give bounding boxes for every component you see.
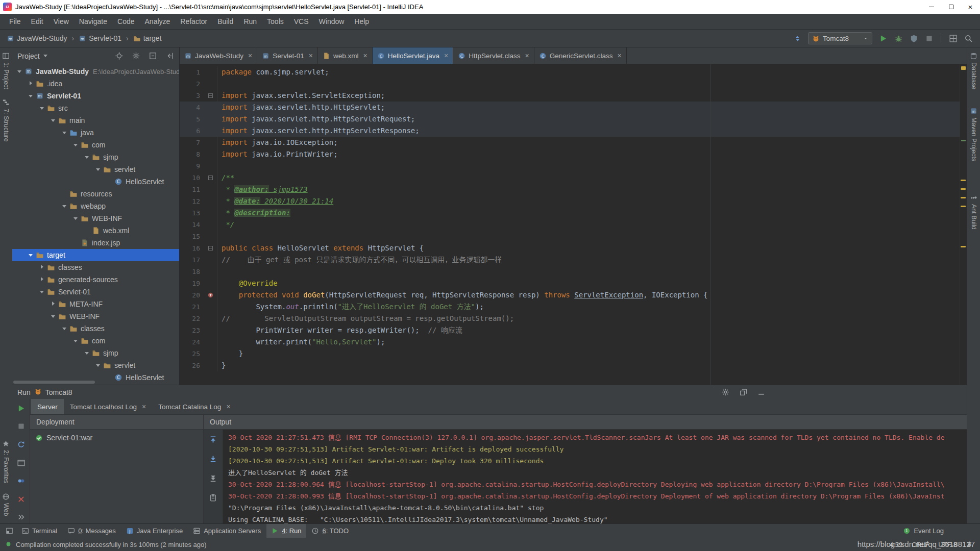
close-button[interactable] bbox=[14, 493, 28, 506]
sync-button[interactable] bbox=[791, 32, 804, 45]
tab-servlet-01[interactable]: mServlet-01× bbox=[257, 47, 318, 64]
next-message-button[interactable] bbox=[207, 452, 220, 465]
tree-item-target[interactable]: target bbox=[12, 249, 179, 261]
tree-item-web-inf[interactable]: WEB-INF bbox=[12, 212, 179, 224]
run-tab-tomcat-catalina-log[interactable]: Tomcat Catalina Log× bbox=[152, 399, 236, 414]
tab-close-button[interactable]: × bbox=[617, 52, 621, 60]
console-output[interactable]: 30-Oct-2020 21:27:51.473 信息 [RMI TCP Con… bbox=[223, 430, 967, 523]
collapse-arrow-icon[interactable] bbox=[94, 359, 103, 371]
tree-item-sjmp[interactable]: sjmp bbox=[12, 347, 179, 359]
editor[interactable]: 1package com.sjmp.servlet;23import javax… bbox=[180, 64, 967, 385]
thread-dump-button[interactable] bbox=[14, 474, 28, 487]
scroll-to-end-button[interactable] bbox=[207, 471, 220, 485]
tree-item-sjmp[interactable]: sjmp bbox=[12, 151, 179, 163]
tab-javaweb-study[interactable]: mJavaWeb-Study× bbox=[180, 47, 257, 64]
menu-run[interactable]: Run bbox=[238, 14, 262, 29]
minimize-button[interactable] bbox=[922, 0, 941, 14]
menu-view[interactable]: View bbox=[48, 14, 74, 29]
collapse-arrow-icon[interactable] bbox=[15, 65, 24, 78]
tool-button-terminal[interactable]: Terminal bbox=[17, 524, 62, 538]
menu-navigate[interactable]: Navigate bbox=[74, 14, 112, 29]
tree-item-meta-inf[interactable]: META-INF bbox=[12, 298, 179, 310]
tree-item-generated-sources[interactable]: generated-sources bbox=[12, 273, 179, 286]
fold-toggle-icon[interactable] bbox=[208, 246, 213, 251]
restore-layout-button[interactable] bbox=[946, 32, 960, 45]
tool-button-event-log[interactable]: 1Event Log bbox=[898, 524, 948, 538]
tab-close-button[interactable]: × bbox=[444, 52, 448, 60]
menu-window[interactable]: Window bbox=[314, 14, 350, 29]
run-panel-float-button[interactable] bbox=[737, 386, 750, 399]
breadcrumb-item-servlet-01[interactable]: mServlet-01 bbox=[77, 33, 123, 43]
tool-button-1-project[interactable]: 1: Project bbox=[2, 47, 10, 94]
tree-item-web-inf[interactable]: WEB-INF bbox=[12, 310, 179, 322]
fold-toggle-icon[interactable] bbox=[208, 93, 213, 98]
tool-button-maven-projects[interactable]: mMaven Projects bbox=[970, 103, 977, 166]
tab-genericservlet-class[interactable]: CGenericServlet.class× bbox=[534, 47, 627, 64]
tree-item-servlet-01[interactable]: mServlet-01 bbox=[12, 90, 179, 102]
expand-arrow-icon[interactable] bbox=[38, 273, 47, 286]
tab-helloservlet-java[interactable]: CHelloServlet.java× bbox=[373, 47, 453, 64]
collapse-arrow-icon[interactable] bbox=[60, 127, 69, 139]
collapse-arrow-icon[interactable] bbox=[60, 322, 69, 335]
tree-item-servlet[interactable]: servlet bbox=[12, 163, 179, 176]
tree-item-index-jsp[interactable]: index.jsp bbox=[12, 237, 179, 249]
collapse-arrow-icon[interactable] bbox=[83, 347, 92, 359]
tab-close-button[interactable]: × bbox=[248, 52, 252, 60]
search-everywhere-button[interactable] bbox=[962, 32, 975, 45]
tool-button-ant-build[interactable]: Ant Build bbox=[970, 189, 977, 234]
tool-button-application-servers[interactable]: Application Servers bbox=[188, 524, 265, 538]
menu-refactor[interactable]: Refactor bbox=[175, 14, 212, 29]
collapse-arrow-icon[interactable] bbox=[94, 163, 103, 176]
collapse-arrow-icon[interactable] bbox=[71, 212, 81, 224]
error-stripe[interactable] bbox=[960, 64, 967, 385]
tree-item-main[interactable]: main bbox=[12, 114, 179, 127]
collapse-arrow-icon[interactable] bbox=[60, 200, 69, 212]
hide-button[interactable] bbox=[163, 49, 176, 63]
breadcrumb-item-target[interactable]: target bbox=[132, 33, 163, 43]
tree-item-classes[interactable]: classes bbox=[12, 261, 179, 273]
export-button[interactable] bbox=[207, 491, 220, 504]
tool-button-database[interactable]: Database bbox=[970, 47, 977, 94]
tree-item-com[interactable]: com bbox=[12, 335, 179, 347]
run-config-combo[interactable]: Tomcat8 bbox=[808, 32, 872, 44]
rerun-button[interactable] bbox=[14, 402, 28, 415]
menu-file[interactable]: File bbox=[4, 14, 26, 29]
tree-item-src[interactable]: src bbox=[12, 102, 179, 114]
menu-help[interactable]: Help bbox=[349, 14, 374, 29]
tool-button-6-todo[interactable]: 6: TODO bbox=[307, 524, 353, 538]
expand-arrow-icon[interactable] bbox=[49, 298, 58, 310]
expand-arrow-icon[interactable] bbox=[27, 78, 36, 90]
redeploy-button[interactable] bbox=[14, 438, 28, 451]
collapse-arrow-icon[interactable] bbox=[38, 286, 47, 298]
collapse-arrow-icon[interactable] bbox=[49, 114, 58, 127]
horizontal-scrollbar[interactable] bbox=[13, 381, 95, 384]
menu-edit[interactable]: Edit bbox=[26, 14, 48, 29]
breadcrumb-item-javaweb-study[interactable]: mJavaWeb-Study bbox=[5, 33, 69, 43]
tool-button-0-messages[interactable]: 0: Messages bbox=[63, 524, 120, 538]
run-panel-settings-button[interactable] bbox=[719, 386, 732, 399]
collapse-arrow-icon[interactable] bbox=[71, 139, 81, 151]
tree-item-idea[interactable]: .idea bbox=[12, 78, 179, 90]
frame-button[interactable] bbox=[14, 457, 28, 469]
project-panel-title[interactable]: Project bbox=[17, 52, 40, 60]
prev-message-button[interactable] bbox=[207, 433, 220, 446]
tab-close-button[interactable]: × bbox=[142, 403, 146, 411]
tab-web-xml[interactable]: web.xml× bbox=[318, 47, 373, 64]
locate-button[interactable] bbox=[112, 49, 126, 63]
tree-item-classes[interactable]: classes bbox=[12, 322, 179, 335]
menu-build[interactable]: Build bbox=[212, 14, 238, 29]
tab-close-button[interactable]: × bbox=[363, 52, 367, 60]
tree-item-helloservlet[interactable]: CHelloServlet bbox=[12, 176, 179, 188]
override-icon[interactable] bbox=[207, 292, 214, 298]
collapse-arrow-icon[interactable] bbox=[71, 335, 81, 347]
toolwindow-switcher-button[interactable] bbox=[3, 524, 16, 538]
tab-httpservlet-class[interactable]: CHttpServlet.class× bbox=[453, 47, 534, 64]
settings-button[interactable] bbox=[129, 49, 142, 63]
tool-button-4-run[interactable]: 4: Run bbox=[266, 524, 306, 538]
collapse-arrow-icon[interactable] bbox=[83, 151, 92, 163]
maximize-button[interactable] bbox=[941, 0, 961, 14]
tool-button-java-enterprise[interactable]: JJava Enterprise bbox=[121, 524, 187, 538]
tool-button-7-structure[interactable]: 7: Structure bbox=[2, 94, 10, 146]
menu-vcs[interactable]: VCS bbox=[289, 14, 314, 29]
run-tab-tomcat-localhost-log[interactable]: Tomcat Localhost Log× bbox=[64, 399, 153, 414]
